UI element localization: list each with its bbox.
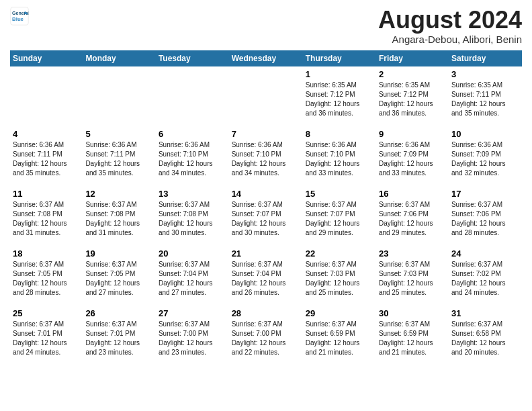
calendar-cell: 9Sunrise: 6:36 AM Sunset: 7:09 PM Daylig… [376, 126, 449, 182]
day-number: 22 [306, 248, 373, 259]
calendar-cell [83, 66, 156, 122]
day-detail: Sunrise: 6:37 AM Sunset: 7:08 PM Dayligh… [13, 200, 80, 238]
calendar-cell: 23Sunrise: 6:37 AM Sunset: 7:03 PM Dayli… [376, 246, 449, 302]
calendar-cell: 20Sunrise: 6:37 AM Sunset: 7:04 PM Dayli… [156, 246, 229, 302]
calendar-cell: 6Sunrise: 6:36 AM Sunset: 7:10 PM Daylig… [156, 126, 229, 182]
day-number: 7 [232, 129, 300, 139]
calendar-cell: 5Sunrise: 6:36 AM Sunset: 7:11 PM Daylig… [83, 126, 156, 182]
day-detail: Sunrise: 6:35 AM Sunset: 7:11 PM Dayligh… [451, 81, 519, 118]
header-monday: Monday [83, 50, 156, 66]
day-detail: Sunrise: 6:37 AM Sunset: 6:59 PM Dayligh… [306, 320, 373, 357]
calendar-cell: 10Sunrise: 6:36 AM Sunset: 7:09 PM Dayli… [449, 126, 522, 182]
calendar-cell: 17Sunrise: 6:37 AM Sunset: 7:06 PM Dayli… [449, 186, 522, 242]
day-detail: Sunrise: 6:37 AM Sunset: 7:06 PM Dayligh… [451, 200, 519, 238]
day-detail: Sunrise: 6:37 AM Sunset: 7:03 PM Dayligh… [379, 260, 446, 298]
calendar-table: SundayMondayTuesdayWednesdayThursdayFrid… [10, 50, 522, 361]
day-number: 1 [306, 69, 373, 79]
calendar-cell: 1Sunrise: 6:35 AM Sunset: 7:12 PM Daylig… [303, 66, 376, 122]
week-row-4: 18Sunrise: 6:37 AM Sunset: 7:05 PM Dayli… [10, 246, 522, 302]
day-number: 17 [451, 189, 519, 199]
day-number: 3 [451, 69, 519, 79]
day-detail: Sunrise: 6:37 AM Sunset: 7:08 PM Dayligh… [159, 200, 226, 238]
day-number: 29 [306, 308, 373, 318]
day-detail: Sunrise: 6:36 AM Sunset: 7:11 PM Dayligh… [85, 140, 153, 178]
day-number: 11 [13, 189, 80, 199]
day-detail: Sunrise: 6:37 AM Sunset: 6:58 PM Dayligh… [451, 320, 519, 357]
calendar-cell: 14Sunrise: 6:37 AM Sunset: 7:07 PM Dayli… [229, 186, 303, 242]
day-detail: Sunrise: 6:36 AM Sunset: 7:10 PM Dayligh… [306, 140, 373, 178]
calendar-cell: 30Sunrise: 6:37 AM Sunset: 6:59 PM Dayli… [376, 306, 449, 361]
calendar-cell: 31Sunrise: 6:37 AM Sunset: 6:58 PM Dayli… [449, 306, 522, 361]
day-number: 9 [379, 129, 446, 139]
day-number: 31 [451, 308, 519, 318]
calendar-cell: 3Sunrise: 6:35 AM Sunset: 7:11 PM Daylig… [449, 66, 522, 122]
day-detail: Sunrise: 6:37 AM Sunset: 7:04 PM Dayligh… [159, 260, 226, 298]
day-number: 20 [159, 248, 226, 259]
day-detail: Sunrise: 6:37 AM Sunset: 7:02 PM Dayligh… [451, 260, 519, 298]
day-detail: Sunrise: 6:37 AM Sunset: 7:07 PM Dayligh… [232, 200, 300, 238]
day-detail: Sunrise: 6:37 AM Sunset: 7:06 PM Dayligh… [379, 200, 446, 238]
day-number: 14 [232, 189, 300, 199]
day-number: 13 [159, 189, 226, 199]
calendar-cell: 16Sunrise: 6:37 AM Sunset: 7:06 PM Dayli… [376, 186, 449, 242]
day-number: 5 [85, 129, 153, 139]
day-number: 2 [379, 69, 446, 79]
calendar-cell: 4Sunrise: 6:36 AM Sunset: 7:11 PM Daylig… [10, 126, 83, 182]
calendar-cell: 19Sunrise: 6:37 AM Sunset: 7:05 PM Dayli… [83, 246, 156, 302]
page-header: General Blue August 2024 Angara-Debou, A… [10, 7, 522, 45]
header-tuesday: Tuesday [156, 50, 229, 66]
week-row-1: 1Sunrise: 6:35 AM Sunset: 7:12 PM Daylig… [10, 66, 522, 122]
day-number: 18 [13, 248, 80, 259]
calendar-cell: 8Sunrise: 6:36 AM Sunset: 7:10 PM Daylig… [303, 126, 376, 182]
day-number: 27 [159, 308, 226, 318]
day-number: 25 [13, 308, 80, 318]
calendar-cell: 24Sunrise: 6:37 AM Sunset: 7:02 PM Dayli… [449, 246, 522, 302]
calendar-cell: 28Sunrise: 6:37 AM Sunset: 7:00 PM Dayli… [229, 306, 303, 361]
calendar-cell: 26Sunrise: 6:37 AM Sunset: 7:01 PM Dayli… [83, 306, 156, 361]
calendar-cell: 25Sunrise: 6:37 AM Sunset: 7:01 PM Dayli… [10, 306, 83, 361]
logo: General Blue [10, 7, 29, 26]
day-detail: Sunrise: 6:36 AM Sunset: 7:09 PM Dayligh… [379, 140, 446, 178]
day-detail: Sunrise: 6:37 AM Sunset: 7:04 PM Dayligh… [232, 260, 300, 298]
calendar-cell: 15Sunrise: 6:37 AM Sunset: 7:07 PM Dayli… [303, 186, 376, 242]
calendar-cell: 13Sunrise: 6:37 AM Sunset: 7:08 PM Dayli… [156, 186, 229, 242]
calendar-cell: 2Sunrise: 6:35 AM Sunset: 7:12 PM Daylig… [376, 66, 449, 122]
week-row-5: 25Sunrise: 6:37 AM Sunset: 7:01 PM Dayli… [10, 306, 522, 361]
day-detail: Sunrise: 6:37 AM Sunset: 7:03 PM Dayligh… [306, 260, 373, 298]
day-number: 6 [159, 129, 226, 139]
subtitle: Angara-Debou, Alibori, Benin [378, 34, 522, 45]
day-number: 12 [85, 189, 153, 199]
calendar-cell: 22Sunrise: 6:37 AM Sunset: 7:03 PM Dayli… [303, 246, 376, 302]
calendar-cell [229, 66, 303, 122]
day-number: 8 [306, 129, 373, 139]
calendar-cell: 18Sunrise: 6:37 AM Sunset: 7:05 PM Dayli… [10, 246, 83, 302]
calendar-cell: 11Sunrise: 6:37 AM Sunset: 7:08 PM Dayli… [10, 186, 83, 242]
day-detail: Sunrise: 6:37 AM Sunset: 7:08 PM Dayligh… [85, 200, 153, 238]
day-detail: Sunrise: 6:37 AM Sunset: 6:59 PM Dayligh… [379, 320, 446, 357]
day-number: 23 [379, 248, 446, 259]
day-detail: Sunrise: 6:36 AM Sunset: 7:10 PM Dayligh… [232, 140, 300, 178]
week-row-2: 4Sunrise: 6:36 AM Sunset: 7:11 PM Daylig… [10, 126, 522, 182]
header-friday: Friday [376, 50, 449, 66]
calendar-cell [156, 66, 229, 122]
day-number: 19 [85, 248, 153, 259]
calendar-cell: 12Sunrise: 6:37 AM Sunset: 7:08 PM Dayli… [83, 186, 156, 242]
day-number: 16 [379, 189, 446, 199]
header-thursday: Thursday [303, 50, 376, 66]
calendar-cell: 29Sunrise: 6:37 AM Sunset: 6:59 PM Dayli… [303, 306, 376, 361]
day-number: 30 [379, 308, 446, 318]
header-saturday: Saturday [449, 50, 522, 66]
day-detail: Sunrise: 6:36 AM Sunset: 7:11 PM Dayligh… [13, 140, 80, 178]
day-detail: Sunrise: 6:35 AM Sunset: 7:12 PM Dayligh… [306, 81, 373, 118]
day-number: 10 [451, 129, 519, 139]
header-sunday: Sunday [10, 50, 83, 66]
calendar-header-row: SundayMondayTuesdayWednesdayThursdayFrid… [10, 50, 522, 66]
day-detail: Sunrise: 6:37 AM Sunset: 7:07 PM Dayligh… [306, 200, 373, 238]
day-number: 26 [85, 308, 153, 318]
svg-text:Blue: Blue [12, 16, 24, 22]
day-number: 15 [306, 189, 373, 199]
day-number: 24 [451, 248, 519, 259]
header-wednesday: Wednesday [229, 50, 303, 66]
main-title: August 2024 [378, 7, 522, 34]
calendar-cell: 7Sunrise: 6:36 AM Sunset: 7:10 PM Daylig… [229, 126, 303, 182]
